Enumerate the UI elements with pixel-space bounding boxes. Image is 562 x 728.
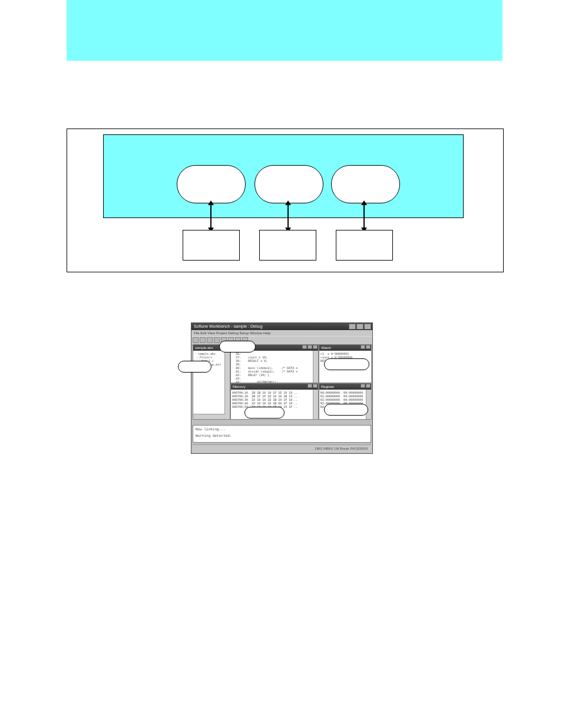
toolbar-button[interactable] — [214, 337, 220, 343]
memory-panel-header[interactable]: Memory — [231, 384, 318, 390]
scrollbar[interactable] — [313, 351, 318, 383]
source-code[interactable]: 36: 37: count = 10; 38: RESULT = 0; 39: … — [231, 351, 318, 383]
diagram-arrow-1 — [210, 204, 211, 229]
panel-minimize-icon[interactable] — [308, 384, 312, 388]
watch-panel-header[interactable]: Watch — [319, 345, 371, 351]
diagram-oval-3 — [331, 165, 400, 203]
toolbar-button[interactable] — [193, 337, 199, 343]
output-panel[interactable]: Now linking... Warning detected. — [193, 425, 371, 443]
project-panel: sample.abs - sample.abs - Project Demo1.… — [193, 344, 230, 420]
diagram-oval-1 — [177, 165, 246, 203]
diagram-rect-1 — [183, 230, 240, 261]
callout-memory — [244, 407, 285, 419]
diagram-arrow-2 — [287, 204, 289, 229]
panel-minimize-icon[interactable] — [361, 345, 365, 349]
output-line: Warning detected. — [196, 433, 368, 437]
project-panel-title: sample.abs — [195, 345, 213, 351]
debugger-window: Softune Workbench - sample : Debug File … — [191, 322, 373, 454]
callout-register — [324, 404, 368, 416]
top-banner — [67, 0, 503, 61]
minimize-icon[interactable] — [349, 324, 356, 330]
maximize-icon[interactable] — [356, 324, 363, 330]
watch-panel-title: Watch — [321, 345, 331, 351]
scrollbar[interactable] — [313, 390, 318, 419]
status-bar: DBG MB9V 1M Break PAGE0000 — [193, 444, 371, 452]
toolbar-button[interactable] — [200, 337, 206, 343]
diagram-oval-2 — [254, 165, 323, 203]
close-icon[interactable] — [364, 324, 371, 330]
diagram-rect-3 — [336, 230, 393, 261]
callout-code — [219, 341, 256, 353]
window-titlebar[interactable]: Softune Workbench - sample : Debug — [191, 323, 372, 330]
panel-close-icon[interactable] — [366, 384, 371, 388]
panel-close-icon[interactable] — [313, 345, 318, 349]
callout-left — [178, 361, 211, 373]
panel-maximize-icon[interactable] — [308, 345, 312, 349]
output-line: Now linking... — [196, 427, 368, 431]
panel-close-icon[interactable] — [366, 345, 371, 349]
register-panel-header[interactable]: Register — [319, 384, 371, 390]
scrollbar[interactable] — [193, 414, 225, 419]
panel-close-icon[interactable] — [313, 384, 318, 388]
menu-bar[interactable]: File Edit View Project Debug Setup Windo… — [191, 330, 372, 336]
callout-watch — [324, 358, 369, 370]
scrollbar[interactable] — [224, 351, 230, 419]
memory-panel-title: Memory — [233, 384, 246, 390]
panel-minimize-icon[interactable] — [361, 384, 365, 388]
panel-minimize-icon[interactable] — [302, 345, 307, 349]
scrollbar[interactable] — [366, 390, 371, 419]
register-panel-title: Register — [321, 384, 334, 390]
diagram-rect-2 — [259, 230, 316, 261]
diagram-arrow-3 — [363, 204, 365, 229]
toolbar-button[interactable] — [207, 337, 213, 343]
window-title: Softune Workbench - sample : Debug — [194, 323, 263, 330]
